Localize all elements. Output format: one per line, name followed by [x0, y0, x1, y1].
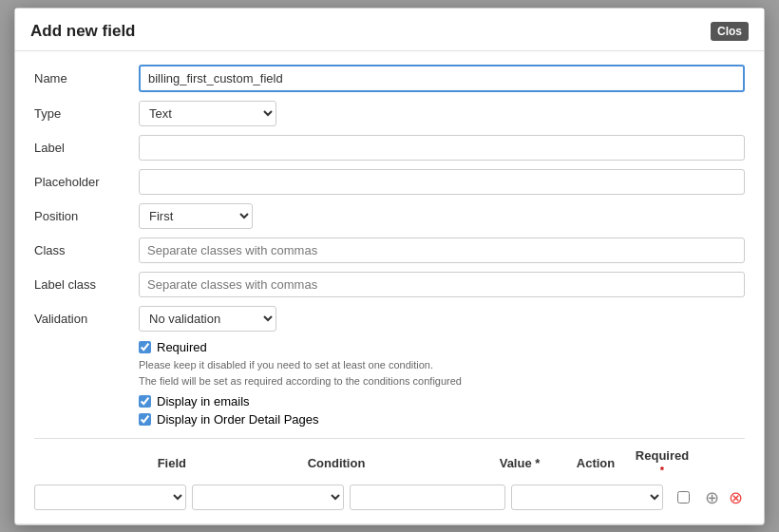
display-order-checkbox[interactable]: [139, 413, 151, 426]
validation-row: Validation No validation Email Number UR…: [34, 306, 745, 332]
position-select[interactable]: First Last Before After: [139, 203, 253, 229]
position-label: Position: [34, 209, 139, 223]
add-condition-button[interactable]: ⊕: [703, 487, 721, 508]
required-asterisk: *: [660, 465, 664, 476]
name-label: Name: [34, 71, 139, 86]
name-input[interactable]: [139, 65, 745, 92]
display-emails-checkbox[interactable]: [139, 395, 151, 408]
display-emails-label: Display in emails: [157, 394, 250, 408]
condition-condition-select[interactable]: [192, 484, 344, 510]
label-class-input[interactable]: [139, 272, 745, 297]
label-input[interactable]: [139, 135, 745, 161]
display-emails-row: Display in emails: [34, 394, 745, 408]
label-class-label: Label class: [34, 277, 139, 292]
type-select[interactable]: Text Number Email Select Checkbox: [139, 101, 276, 126]
conditions-header: Field Condition Value * Action Required …: [34, 448, 745, 477]
class-label: Class: [34, 243, 139, 257]
modal-header: Add new field Clos: [15, 9, 764, 51]
name-row: Name: [34, 65, 745, 92]
divider: [34, 438, 745, 439]
remove-condition-button[interactable]: ⊗: [727, 487, 745, 508]
label-label: Label: [34, 141, 139, 155]
modal-overlay: Add new field Clos Name Type Text Number…: [0, 0, 779, 532]
placeholder-label: Placeholder: [34, 175, 139, 189]
display-order-row: Display in Order Detail Pages: [34, 412, 745, 427]
type-row: Type Text Number Email Select Checkbox: [34, 101, 745, 126]
display-order-label: Display in Order Detail Pages: [157, 412, 319, 427]
placeholder-input[interactable]: [139, 169, 745, 195]
conditions-row: ⊕ ⊗: [34, 484, 745, 510]
position-row: Position First Last Before After: [34, 203, 745, 229]
close-button[interactable]: Clos: [711, 22, 749, 41]
required-column-header: Required *: [629, 448, 695, 477]
condition-required-checkbox-cell: [669, 491, 697, 504]
modal-dialog: Add new field Clos Name Type Text Number…: [14, 8, 765, 525]
modal-title: Add new field: [30, 22, 136, 41]
condition-column-header: Condition: [196, 456, 477, 470]
label-class-row: Label class: [34, 272, 745, 297]
condition-field-select[interactable]: [34, 484, 186, 510]
validation-select[interactable]: No validation Email Number URL: [139, 306, 276, 332]
required-checkbox-row: Required: [34, 340, 745, 354]
field-column-header: Field: [34, 456, 196, 470]
required-checkbox[interactable]: [139, 341, 151, 353]
action-column-header: Action: [562, 456, 629, 470]
placeholder-row: Placeholder: [34, 169, 745, 195]
condition-value-input[interactable]: [350, 484, 505, 510]
validation-label: Validation: [34, 312, 139, 326]
required-checkbox-label: Required: [157, 340, 207, 354]
class-input[interactable]: [139, 238, 745, 263]
required-hint2: The field will be set as required accord…: [34, 374, 745, 389]
modal-footer: Save: [15, 523, 764, 532]
condition-action-select[interactable]: [511, 484, 663, 510]
class-row: Class: [34, 238, 745, 263]
type-label: Type: [34, 106, 139, 121]
label-row: Label: [34, 135, 745, 161]
condition-required-checkbox[interactable]: [677, 491, 690, 504]
value-column-header: Value *: [477, 456, 562, 470]
modal-body: Name Type Text Number Email Select Check…: [15, 51, 764, 524]
required-hint1: Please keep it disabled if you need to s…: [34, 358, 745, 372]
